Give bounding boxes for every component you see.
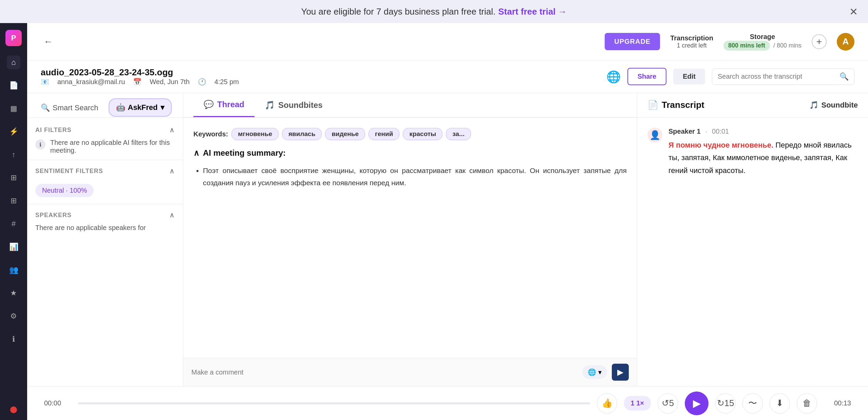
soundbites-tab-label: Soundbites — [278, 100, 323, 110]
thread-icon: 💬 — [204, 100, 214, 109]
sentiment-collapse-icon[interactable]: ∧ — [169, 167, 175, 175]
comment-bar: 🌐 ▾ ▶ — [183, 358, 637, 386]
speaker-avatar: 👤 — [647, 128, 662, 142]
thread-content: Keywords: мгновенье явилась виденье гени… — [183, 118, 637, 358]
sidebar-item-calendar[interactable]: ▦ — [7, 102, 20, 115]
search-input[interactable] — [718, 73, 836, 80]
soundbites-tab[interactable]: 🎵 Soundbites — [254, 93, 333, 117]
email-icon: 📧 — [41, 78, 49, 86]
file-title: audio_2023-05-28_23-24-35.ogg — [41, 67, 600, 78]
transcript-body: 👤 Speaker 1 · 00:01 Я помню чудное мгнов… — [637, 117, 868, 386]
app-layout: P ⌂ 📄 ▦ ⚡ ↑ ⊞ ⊞ # 📊 👥 ★ ⚙ ℹ ← UPGRADE Tr… — [0, 23, 868, 420]
ai-filters-collapse-icon[interactable]: ∧ — [169, 126, 175, 134]
player-time-right: 00:13 — [824, 399, 851, 407]
askfred-icon: 🤖 — [116, 103, 125, 112]
file-header: audio_2023-05-28_23-24-35.ogg 📧 anna_kra… — [27, 60, 868, 93]
sidebar-item-star[interactable]: ★ — [7, 286, 20, 300]
ai-summary-body: Поэт описывает своё восприятие женщины, … — [193, 165, 627, 189]
speed-label: 1× — [636, 399, 644, 407]
speaker-info: Speaker 1 · 00:01 — [668, 128, 858, 135]
file-date: Wed, Jun 7th — [150, 78, 189, 86]
soundbites-icon: 🎵 — [265, 100, 275, 110]
soundbite-label: Soundbite — [821, 101, 858, 110]
keyword-1: мгновенье — [231, 128, 279, 140]
sidebar-item-home[interactable]: ⌂ — [7, 56, 20, 69]
forward-15-button[interactable]: ↻15 — [715, 393, 736, 414]
transcript-doc-icon: 📄 — [647, 100, 658, 110]
add-button[interactable]: + — [812, 34, 827, 49]
sidebar-item-grid[interactable]: ⊞ — [7, 194, 20, 208]
comment-input[interactable] — [191, 368, 578, 376]
askfred-chevron: ▾ — [161, 103, 164, 112]
speaker-row: 👤 Speaker 1 · 00:01 Я помню чудное мгнов… — [647, 128, 858, 177]
sidebar-item-docs[interactable]: 📄 — [7, 79, 20, 92]
soundbite-button[interactable]: 🎵 Soundbite — [809, 101, 858, 110]
send-icon: ▶ — [617, 367, 623, 377]
ai-filters-section: AI FILTERS ∧ ℹ There are no applicable A… — [27, 118, 183, 160]
rewind-5-button[interactable]: ↺5 — [658, 393, 678, 414]
sidebar-item-upload[interactable]: ↑ — [7, 148, 20, 161]
sentiment-label: SENTIMENT FILTERS — [35, 168, 103, 175]
speed-button[interactable]: 1 1× — [624, 396, 651, 411]
search-across-transcript: 🔍 — [712, 69, 854, 85]
search-icon: 🔍 — [839, 72, 849, 81]
summary-item-1: Поэт описывает своё восприятие женщины, … — [203, 165, 627, 189]
transcription-label: Transcription — [670, 34, 713, 42]
middle-panel: 💬 Thread 🎵 Soundbites Keywords: мгновень… — [183, 93, 637, 386]
app-logo[interactable]: P — [5, 30, 22, 46]
banner-close-btn[interactable]: ✕ — [849, 6, 858, 18]
sidebar-item-layers[interactable]: ⊞ — [7, 171, 20, 185]
recording-dot — [10, 406, 17, 413]
middle-tabs: 💬 Thread 🎵 Soundbites — [183, 93, 637, 118]
delete-button[interactable]: 🗑 — [797, 393, 817, 414]
left-panel-tabs: 🔍 Smart Search 🤖 AskFred ▾ — [27, 93, 183, 118]
sidebar-item-settings[interactable]: ⚙ — [7, 309, 20, 323]
time-icon: 🕐 — [198, 78, 206, 86]
keyword-3: виденье — [325, 128, 365, 140]
download-button[interactable]: ⬇ — [770, 393, 790, 414]
send-button[interactable]: ▶ — [612, 364, 629, 381]
back-button[interactable]: ← — [41, 34, 56, 49]
edit-button[interactable]: Edit — [673, 69, 705, 84]
transcript-label: Transcript — [662, 100, 704, 110]
storage-total: / 800 mins — [773, 42, 801, 49]
speaker-person-icon: 👤 — [649, 130, 660, 140]
speaker-name: Speaker 1 — [668, 128, 701, 135]
transcription-credit: 1 credit left — [677, 42, 707, 49]
upgrade-button[interactable]: UPGRADE — [605, 33, 660, 50]
sidebar-item-chart[interactable]: 📊 — [7, 240, 20, 254]
play-button[interactable]: ▶ — [685, 392, 709, 415]
share-button[interactable]: Share — [627, 68, 667, 85]
speaker-time: · — [705, 128, 707, 135]
sidebar-item-hash[interactable]: # — [7, 217, 20, 231]
language-button[interactable]: 🌐 ▾ — [582, 365, 607, 379]
top-header: ← UPGRADE Transcription 1 credit left St… — [27, 23, 868, 60]
sidebar-item-lightning[interactable]: ⚡ — [7, 125, 20, 138]
sidebar-item-people[interactable]: 👥 — [7, 263, 20, 277]
keyword-2: явилась — [282, 128, 322, 140]
speakers-collapse-icon[interactable]: ∧ — [169, 211, 175, 219]
keywords-label: Keywords: — [193, 130, 228, 138]
start-trial-link[interactable]: Start free trial → — [498, 6, 567, 17]
waveform-button[interactable]: 〜 — [742, 393, 763, 414]
sidebar-item-info[interactable]: ℹ — [7, 332, 20, 346]
sentiment-header: SENTIMENT FILTERS ∧ — [35, 167, 175, 175]
top-banner: You are eligible for 7 days business pla… — [0, 0, 868, 23]
askfred-tab[interactable]: 🤖 AskFred ▾ — [109, 98, 172, 117]
like-button[interactable]: 👍 — [597, 393, 617, 414]
speakers-section: SPEAKERS ∧ There are no applicable speak… — [27, 204, 183, 238]
smart-search-icon: 🔍 — [41, 103, 50, 112]
sidebar: P ⌂ 📄 ▦ ⚡ ↑ ⊞ ⊞ # 📊 👥 ★ ⚙ ℹ — [0, 23, 27, 420]
ai-filters-header: AI FILTERS ∧ — [35, 126, 175, 134]
avatar[interactable]: A — [837, 33, 854, 51]
smart-search-tab[interactable]: 🔍 Smart Search — [34, 98, 105, 117]
bottom-player: 00:00 👍 1 1× ↺5 ▶ ↻15 〜 ⬇ 🗑 00:13 — [27, 386, 868, 420]
neutral-badge: Neutral · 100% — [35, 184, 94, 197]
storage-info: Storage 800 mins left / 800 mins — [723, 33, 801, 51]
summary-collapse-icon[interactable]: ∧ — [193, 148, 200, 158]
transcription-info: Transcription 1 credit left — [670, 34, 713, 49]
progress-bar[interactable] — [78, 402, 590, 404]
thread-tab[interactable]: 💬 Thread — [193, 93, 254, 117]
transcript-highlight: Я помню чудное мгновенье. — [668, 141, 773, 149]
summary-title: AI meeting summary: — [203, 148, 286, 158]
